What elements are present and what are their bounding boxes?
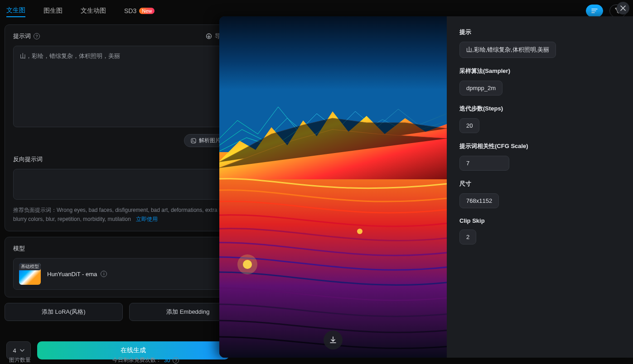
img-count-label: 图片数量 (9, 356, 31, 364)
quota-label: 今日剩余免费次数： 30 ? (112, 356, 179, 364)
info-value-steps: 20 (459, 118, 479, 133)
chevron-down-icon (20, 349, 24, 352)
preview-image (219, 16, 447, 358)
close-button[interactable] (617, 2, 629, 14)
info-label-steps: 迭代步数(Steps) (459, 105, 620, 113)
negative-input[interactable] (13, 169, 238, 200)
info-value-clipskip: 2 (459, 230, 476, 244)
download-icon (329, 336, 337, 344)
info-label-prompt: 提示 (459, 28, 620, 36)
info-label-size: 尺寸 (459, 180, 620, 188)
info-label-cfg: 提示词相关性(CFG Scale) (459, 142, 620, 150)
parse-icon (191, 138, 196, 144)
svg-point-2 (192, 139, 193, 140)
svg-point-6 (237, 254, 257, 274)
info-icon[interactable]: i (101, 271, 107, 277)
close-icon (620, 5, 626, 11)
info-value-size: 768x1152 (459, 193, 499, 208)
info-value-prompt: 山,彩绘,错综复杂,体积照明,美丽 (459, 42, 556, 58)
prompt-input[interactable] (13, 46, 238, 127)
info-label-sampler: 采样算法(Sampler) (459, 67, 620, 75)
badge-new: New (139, 8, 155, 14)
info-value-sampler: dpmpp_2m (459, 81, 503, 96)
prompt-title: 提示词 (13, 32, 31, 40)
tab-txt2anim[interactable]: 文生动图 (81, 5, 106, 17)
model-section-title: 模型 (13, 244, 25, 253)
help-icon[interactable]: ? (173, 357, 179, 364)
tab-txt2img[interactable]: 文生图 (6, 5, 25, 17)
model-name-label: HunYuanDiT - ema (47, 271, 97, 278)
negative-hint: 推荐负面提示词：Wrong eyes, bad faces, disfigure… (13, 206, 238, 224)
download-button[interactable] (324, 330, 343, 350)
tab-img2img[interactable]: 图生图 (43, 5, 63, 17)
help-icon[interactable]: ? (34, 33, 40, 39)
tab-sd3-label: SD3 (124, 7, 136, 14)
info-label-clipskip: Clip Skip (459, 217, 620, 224)
use-negative-link[interactable]: 立即使用 (136, 216, 158, 222)
import-icon (206, 33, 212, 39)
negative-title: 反向提示词 (13, 155, 43, 163)
model-thumbnail: 基础模型 (19, 263, 41, 285)
add-lora-button[interactable]: 添加 LoRA(风格) (5, 303, 123, 321)
sort-icon[interactable] (586, 5, 603, 17)
svg-point-7 (357, 229, 362, 234)
tab-sd3[interactable]: SD3 New (124, 5, 155, 16)
model-selector[interactable]: 基础模型 HunYuanDiT - ema i (13, 258, 238, 290)
model-badge: 基础模型 (19, 263, 41, 270)
count-value: 4 (13, 347, 16, 354)
preview-modal: 提示 山,彩绘,错综复杂,体积照明,美丽 采样算法(Sampler) dpmpp… (219, 16, 633, 358)
info-value-cfg: 7 (459, 156, 509, 171)
